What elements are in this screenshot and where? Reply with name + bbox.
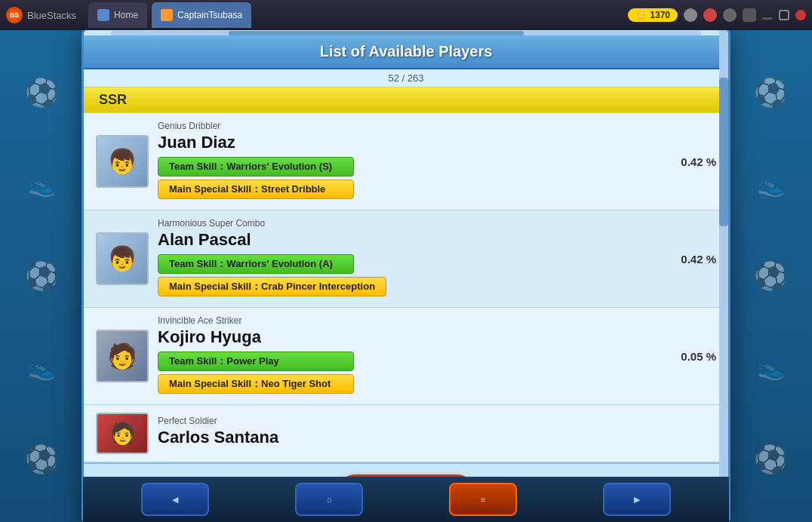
player-info: Genius Dribbler Juan Diaz Team Skill：War… — [158, 121, 662, 202]
team-skill-tag: Team Skill：Power Play — [158, 352, 354, 371]
minimize-icon[interactable] — [762, 17, 773, 20]
player-list: 👦 Genius Dribbler Juan Diaz Team Skill：W… — [84, 113, 728, 462]
game-tab-icon — [161, 9, 173, 21]
player-row[interactable]: 🧑 Perfect Soldier Carlos Santana — [84, 405, 728, 462]
game-tab[interactable]: CaptainTsubasa — [152, 2, 251, 28]
avatar: 👦 — [96, 135, 149, 188]
decoration-shoe-4: 👟 — [757, 355, 785, 381]
scrollbar-thumb-v — [719, 78, 728, 226]
decoration-ball-1: ⚽ — [25, 77, 59, 109]
side-panel-left: ⚽ 👟 ⚽ 👟 ⚽ — [0, 30, 83, 522]
player-title: Harmonious Super Combo — [158, 218, 662, 229]
topbar-right: 🪙 1370 — [628, 8, 806, 22]
decoration-ball-4: ⚽ — [754, 77, 788, 109]
nav-btn-back[interactable]: ◀ — [141, 483, 209, 516]
ssr-label: SSR — [99, 92, 127, 107]
team-skill-bar: Team Skill：Power Play — [158, 352, 662, 371]
player-info: Invincible Ace Striker Kojiro Hyuga Team… — [158, 315, 662, 397]
settings-icon[interactable] — [684, 8, 697, 22]
close-window-icon[interactable] — [795, 10, 806, 20]
nav-btn-menu[interactable]: ≡ — [449, 483, 517, 516]
player-title: Perfect Soldier — [158, 416, 716, 426]
player-name: Juan Diaz — [158, 133, 662, 152]
game-tab-label: CaptainTsubasa — [177, 10, 242, 20]
coins-icon: 🪙 — [635, 10, 647, 20]
main-skill-tag: Main Special Skill：Crab Pincer Intercept… — [158, 277, 386, 296]
player-name: Kojiro Hyuga — [158, 327, 662, 347]
coins-value: 1370 — [650, 10, 670, 20]
nav-btn-home[interactable]: ⌂ — [295, 483, 363, 516]
game-bottom-nav: ◀ ⌂ ≡ ▶ — [83, 477, 729, 522]
player-info: Perfect Soldier Carlos Santana — [158, 416, 716, 452]
decoration-shoe-1: 👟 — [28, 171, 56, 198]
notification-icon[interactable] — [703, 8, 717, 22]
modal-header: List of Available Players — [84, 35, 728, 69]
player-percent: 0.42 % — [671, 155, 716, 168]
scrollbar-thumb — [229, 31, 524, 35]
main-skill-bar: Main Special Skill：Street Dribble — [158, 180, 662, 199]
player-percent: 0.42 % — [671, 253, 716, 266]
scroll-indicator: 52 / 263 — [84, 69, 728, 88]
player-row[interactable]: 👦 Genius Dribbler Juan Diaz Team Skill：W… — [84, 113, 728, 210]
team-skill-tag: Team Skill：Warriors' Evolution (A) — [158, 254, 354, 274]
team-skill-bar: Team Skill：Warriors' Evolution (S) — [158, 157, 662, 177]
player-name: Alan Pascal — [158, 230, 662, 250]
coins-badge: 🪙 1370 — [628, 8, 678, 22]
team-skill-tag: Team Skill：Warriors' Evolution (S) — [158, 157, 354, 177]
player-title: Genius Dribbler — [158, 121, 662, 131]
player-list-modal: List of Available Players 52 / 263 SSR 👦… — [82, 26, 730, 522]
decoration-ball-2: ⚽ — [25, 260, 59, 292]
avatar: 🧑 — [96, 330, 149, 382]
vertical-scrollbar[interactable] — [719, 28, 728, 522]
main-skill-tag: Main Special Skill：Street Dribble — [158, 180, 354, 199]
main-skill-bar: Main Special Skill：Neo Tiger Shot — [158, 374, 662, 394]
bluestacks-logo: BS — [6, 7, 23, 23]
ssr-badge: SSR — [84, 88, 728, 113]
player-info: Harmonious Super Combo Alan Pascal Team … — [158, 218, 662, 299]
game-area: ⚽ 👟 ⚽ 👟 ⚽ ⚽ 👟 ⚽ 👟 ⚽ List of Available Pl… — [0, 30, 812, 522]
topbar: BS BlueStacks Home CaptainTsubasa 🪙 1370 — [0, 0, 812, 30]
player-name: Carlos Santana — [158, 428, 716, 447]
home-tab[interactable]: Home — [88, 2, 147, 28]
player-percent: 0.05 % — [671, 350, 716, 363]
avatar: 🧑 — [96, 413, 149, 454]
nav-btn-forward[interactable]: ▶ — [603, 483, 671, 516]
scroll-count: 52 / 263 — [389, 72, 424, 84]
avatar: 👦 — [96, 232, 149, 285]
main-skill-bar: Main Special Skill：Crab Pincer Intercept… — [158, 277, 662, 296]
main-skill-tag: Main Special Skill：Neo Tiger Shot — [158, 374, 354, 394]
player-row[interactable]: 🧑 Invincible Ace Striker Kojiro Hyuga Te… — [84, 308, 728, 405]
horizontal-scrollbar[interactable] — [111, 31, 701, 35]
app-name: BlueStacks — [27, 10, 76, 21]
side-panel-right: ⚽ 👟 ⚽ 👟 ⚽ — [729, 30, 812, 522]
decoration-shoe-3: 👟 — [757, 171, 785, 198]
player-row[interactable]: 👦 Harmonious Super Combo Alan Pascal Tea… — [84, 210, 728, 308]
decoration-ball-5: ⚽ — [754, 260, 788, 292]
maximize-icon[interactable] — [779, 10, 789, 20]
gear-icon[interactable] — [743, 8, 756, 22]
modal-title: List of Available Players — [320, 43, 493, 60]
home-tab-label: Home — [114, 10, 138, 20]
home-tab-icon — [97, 9, 109, 21]
decoration-ball-6: ⚽ — [754, 444, 788, 475]
player-title: Invincible Ace Striker — [158, 315, 662, 326]
record-icon[interactable] — [723, 8, 737, 22]
decoration-shoe-2: 👟 — [28, 355, 56, 381]
decoration-ball-3: ⚽ — [25, 444, 59, 475]
team-skill-bar: Team Skill：Warriors' Evolution (A) — [158, 254, 662, 274]
